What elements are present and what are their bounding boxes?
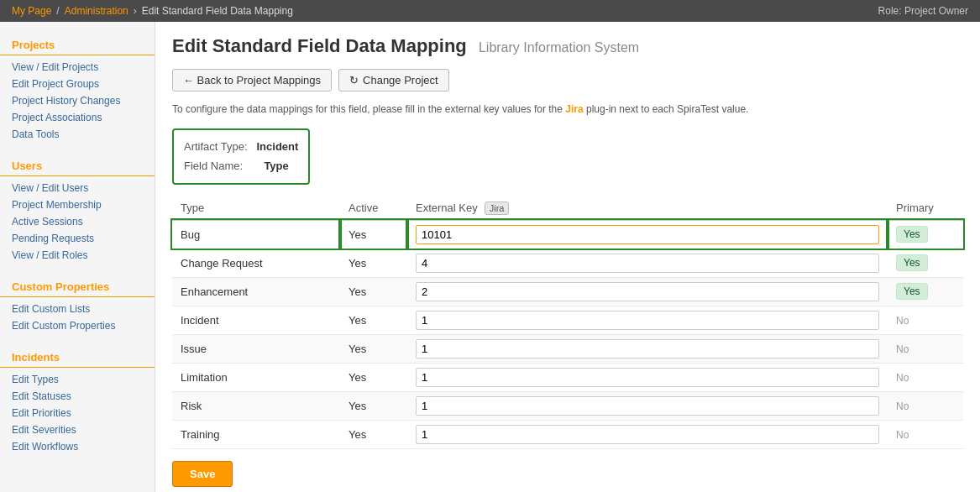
breadcrumb-administration[interactable]: Administration <box>65 5 128 17</box>
table-row: IncidentYesNo <box>172 306 963 334</box>
cell-active: Yes <box>340 277 407 306</box>
primary-no-text: No <box>896 343 909 355</box>
cell-active: Yes <box>340 391 407 420</box>
primary-yes-badge: Yes <box>896 254 928 271</box>
main-content: Edit Standard Field Data Mapping Library… <box>155 22 980 492</box>
cell-external-key[interactable] <box>407 220 888 249</box>
breadcrumb-current: Edit Standard Field Data Mapping <box>142 5 293 17</box>
external-key-input[interactable] <box>416 311 879 330</box>
cell-active: Yes <box>340 334 407 363</box>
primary-no-text: No <box>896 372 909 384</box>
cell-primary: No <box>888 391 963 420</box>
page-subtitle: Library Information System <box>479 40 639 55</box>
sidebar: Projects View / Edit Projects Edit Proje… <box>0 22 155 492</box>
col-header-extkey: External Key Jira <box>407 196 888 221</box>
artifact-type-value: Incident <box>256 140 298 153</box>
change-project-button[interactable]: ↻ Change Project <box>338 69 449 92</box>
external-key-input[interactable] <box>416 368 879 387</box>
table-row: LimitationYesNo <box>172 363 963 391</box>
external-key-input[interactable] <box>416 425 879 444</box>
refresh-icon: ↻ <box>349 74 359 86</box>
breadcrumb-sep1: / <box>56 5 59 17</box>
cell-primary: Yes <box>888 249 963 277</box>
table-row: RiskYesNo <box>172 391 963 420</box>
jira-badge: Jira <box>485 202 510 215</box>
col-header-type: Type <box>172 196 340 221</box>
external-key-input[interactable] <box>416 339 879 359</box>
cell-type: Risk <box>172 391 340 420</box>
cell-primary: No <box>888 334 963 363</box>
breadcrumb-sep2: › <box>134 5 137 17</box>
cell-external-key[interactable] <box>407 363 888 391</box>
sidebar-item-edit-workflows[interactable]: Edit Workflows <box>0 438 155 455</box>
sidebar-item-project-membership[interactable]: Project Membership <box>0 196 155 213</box>
sidebar-item-data-tools[interactable]: Data Tools <box>0 126 155 143</box>
sidebar-item-pending-requests[interactable]: Pending Requests <box>0 230 155 247</box>
table-row: IssueYesNo <box>172 334 963 363</box>
sidebar-item-edit-priorities[interactable]: Edit Priorities <box>0 405 155 421</box>
sidebar-item-view-edit-roles[interactable]: View / Edit Roles <box>0 247 155 264</box>
page-title: Edit Standard Field Data Mapping Library… <box>172 35 963 57</box>
cell-type: Incident <box>172 306 340 334</box>
cell-external-key[interactable] <box>407 306 888 334</box>
sidebar-item-project-history-changes[interactable]: Project History Changes <box>0 92 155 109</box>
table-row: TrainingYesNo <box>172 420 963 448</box>
cell-type: Bug <box>172 220 340 249</box>
cell-primary: No <box>888 306 963 334</box>
breadcrumb-mypage[interactable]: My Page <box>12 5 51 17</box>
field-name-label: Field Name: <box>184 160 243 172</box>
sidebar-item-edit-types[interactable]: Edit Types <box>0 371 155 388</box>
table-row: BugYesYes <box>172 220 963 249</box>
toolbar: ← Back to Project Mappings ↻ Change Proj… <box>172 69 963 92</box>
cell-external-key[interactable] <box>407 334 888 363</box>
sidebar-section-incidents: Incidents <box>0 343 155 368</box>
cell-primary: No <box>888 420 963 448</box>
cell-type: Training <box>172 420 340 448</box>
save-button[interactable]: Save <box>172 461 233 487</box>
primary-yes-badge: Yes <box>896 283 928 300</box>
sidebar-item-edit-custom-lists[interactable]: Edit Custom Lists <box>0 301 155 317</box>
cell-type: Enhancement <box>172 277 340 306</box>
primary-no-text: No <box>896 429 909 441</box>
sidebar-section-custom-properties: Custom Properties <box>0 272 155 297</box>
cell-active: Yes <box>340 363 407 391</box>
col-header-active: Active <box>340 196 407 221</box>
cell-external-key[interactable] <box>407 277 888 306</box>
cell-type: Change Request <box>172 249 340 277</box>
external-key-input[interactable] <box>416 396 879 416</box>
cell-external-key[interactable] <box>407 420 888 448</box>
cell-active: Yes <box>340 306 407 334</box>
sidebar-item-edit-project-groups[interactable]: Edit Project Groups <box>0 76 155 92</box>
breadcrumb: My Page / Administration › Edit Standard… <box>0 0 980 22</box>
sidebar-item-view-edit-projects[interactable]: View / Edit Projects <box>0 59 155 76</box>
cell-primary: No <box>888 363 963 391</box>
sidebar-section-projects: Projects <box>0 30 155 55</box>
table-row: Change RequestYesYes <box>172 249 963 277</box>
primary-no-text: No <box>896 400 909 412</box>
cell-active: Yes <box>340 420 407 448</box>
sidebar-item-edit-statuses[interactable]: Edit Statuses <box>0 388 155 405</box>
sidebar-section-users: Users <box>0 151 155 176</box>
cell-external-key[interactable] <box>407 249 888 277</box>
external-key-input[interactable] <box>416 282 879 301</box>
sidebar-item-active-sessions[interactable]: Active Sessions <box>0 213 155 230</box>
breadcrumb-role: Role: Project Owner <box>878 5 968 17</box>
cell-primary: Yes <box>888 277 963 306</box>
cell-active: Yes <box>340 249 407 277</box>
cell-active: Yes <box>340 220 407 249</box>
field-name-value: Type <box>264 160 288 172</box>
external-key-input[interactable] <box>416 225 879 244</box>
info-text: To configure the data mappings for this … <box>172 102 963 117</box>
col-header-primary: Primary <box>888 196 963 221</box>
back-to-project-mappings-button[interactable]: ← Back to Project Mappings <box>172 69 332 92</box>
jira-highlight: Jira <box>565 103 583 115</box>
sidebar-item-edit-custom-properties[interactable]: Edit Custom Properties <box>0 317 155 334</box>
mapping-table: Type Active External Key Jira Primary Bu… <box>172 196 963 449</box>
cell-primary: Yes <box>888 220 963 249</box>
sidebar-item-edit-severities[interactable]: Edit Severities <box>0 421 155 438</box>
sidebar-item-project-associations[interactable]: Project Associations <box>0 109 155 126</box>
cell-external-key[interactable] <box>407 391 888 420</box>
sidebar-item-view-edit-users[interactable]: View / Edit Users <box>0 180 155 196</box>
artifact-info-box: Artifact Type: Incident Field Name: Type <box>172 128 310 185</box>
external-key-input[interactable] <box>416 254 879 273</box>
